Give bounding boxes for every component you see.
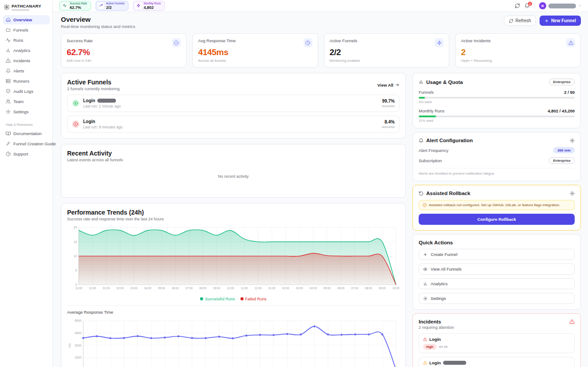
svg-text:05:00: 05:00: [324, 287, 331, 290]
bell-icon: [419, 138, 424, 143]
svg-text:12:00: 12:00: [255, 287, 262, 290]
sidebar-item-support[interactable]: Support: [3, 149, 50, 159]
usage-quota-title: Usage & Quota: [426, 80, 463, 85]
refresh-button-label: Refresh: [516, 18, 531, 23]
response-time-chart: 0150030004500600011:0012:0001:0002:0003:…: [67, 317, 400, 367]
create-funnel-button[interactable]: Create Funnel: [419, 249, 575, 260]
svg-text:1500: 1500: [75, 356, 81, 359]
alert-frequency-label: Alert Frequency: [419, 148, 448, 153]
gear-icon[interactable]: [570, 138, 575, 143]
recent-activity-empty-state: No recent activity: [67, 162, 400, 192]
sidebar-item-runners[interactable]: Runners: [3, 76, 50, 86]
sidebar-item-team[interactable]: Team: [3, 97, 50, 106]
svg-text:09:00: 09:00: [213, 287, 220, 290]
sidebar-item-overview[interactable]: Overview: [3, 15, 50, 24]
metric-note: Monitoring enabled: [330, 59, 444, 63]
bell-icon: [6, 68, 11, 73]
metric-note: Open + Recovering: [461, 59, 575, 63]
svg-text:ms: ms: [68, 343, 71, 347]
refresh-button[interactable]: Refresh: [504, 16, 536, 26]
sidebar-item-label: Alerts: [13, 68, 24, 73]
refresh-icon[interactable]: [515, 3, 520, 8]
metric-value: 62.7%: [67, 48, 181, 57]
user-menu[interactable]: R: [539, 2, 582, 9]
sidebar-item-analytics[interactable]: Analytics: [3, 46, 50, 55]
sidebar-item-funnel-creation-guide[interactable]: Funnel Creation Guide: [3, 139, 50, 148]
svg-text:09:00: 09:00: [379, 287, 386, 290]
funnel-row[interactable]: Login Last run: 9 minutes ago 8.4% succe…: [67, 116, 400, 133]
wand-icon: [6, 141, 11, 146]
eye-icon: [423, 267, 428, 271]
sidebar-item-incidents[interactable]: Incidents: [3, 56, 50, 65]
sidebar-item-audit-logs[interactable]: Audit Logs: [3, 87, 50, 96]
assisted-rollback-title: Assisted Rollback: [426, 191, 470, 196]
incident-row[interactable]: Login high 8d 8h: [419, 333, 575, 353]
help-circle-icon: [6, 152, 11, 156]
legend-label: Successful Runs: [205, 297, 235, 301]
sidebar-item-settings[interactable]: Settings: [3, 107, 50, 116]
active-funnels-panel: Active Funnels 2 funnels currently monit…: [61, 73, 406, 139]
sidebar-item-runs[interactable]: Runs: [3, 36, 50, 45]
trending-up-icon: [98, 3, 104, 9]
gear-icon[interactable]: [570, 191, 575, 196]
incidents-panel: Incidents 2 requiring attention Login hi…: [412, 313, 581, 367]
view-all-funnels-button[interactable]: View All Funnels: [419, 263, 575, 275]
metric-value: 2: [461, 48, 575, 57]
pill-value: 4,802: [144, 5, 161, 10]
brand-tagline-redacted: [12, 9, 29, 11]
funnel-last-run: Last run: 1 minute ago: [83, 104, 121, 108]
svg-text:6000: 6000: [75, 319, 81, 322]
alert-triangle-icon: [569, 319, 575, 324]
usage-row-monthly-runs: Monthly Runs 4,802 / 43,200 11% used: [419, 108, 575, 123]
alert-triangle-icon: [6, 58, 11, 63]
svg-text:01:00: 01:00: [268, 287, 276, 290]
activity-icon: [61, 3, 68, 9]
quick-action-label: Create Funnel: [431, 252, 457, 257]
pill-label: Active Funnels: [106, 2, 124, 5]
new-funnel-button[interactable]: New Funnel: [540, 16, 581, 26]
usage-label: Funnels: [419, 90, 434, 95]
svg-text:01:00: 01:00: [103, 287, 110, 290]
svg-text:05:00: 05:00: [158, 287, 165, 290]
usage-value: 2 / 50: [564, 90, 575, 95]
alert-frequency-badge: 360 min: [553, 147, 575, 153]
bar-chart-icon: [423, 282, 428, 286]
incident-row[interactable]: Login low 7d 12h: [419, 357, 575, 367]
sidebar-item-label: Overview: [13, 17, 32, 22]
rollback-warning: Assisted rollback not configured. Set up…: [419, 200, 575, 210]
plus-icon: [423, 252, 428, 257]
brand-name: PATHCANARY: [12, 4, 41, 8]
sidebar-item-alerts[interactable]: Alerts: [3, 66, 50, 76]
notifications-bell-icon[interactable]: 1: [524, 3, 530, 8]
quick-actions-title: Quick Actions: [419, 240, 575, 245]
active-funnels-pill: Active Funnels 2/2: [96, 1, 128, 11]
pill-value: 2/2: [106, 5, 124, 10]
server-icon: [6, 79, 11, 84]
chevron-down-icon: [578, 4, 582, 8]
sidebar-item-funnels[interactable]: Funnels: [3, 25, 50, 35]
zap-icon: [135, 3, 141, 9]
funnel-success-rate: 99.7%: [382, 99, 395, 104]
sidebar-help-section-label: Help & Resources: [6, 123, 47, 127]
gear-logo-icon: [4, 4, 10, 10]
topbar-metric-pills: Success Rate 62.7% Active Funnels 2/2 Mo…: [59, 1, 165, 11]
settings-button[interactable]: Settings: [419, 293, 575, 304]
sidebar-item-label: Runners: [13, 79, 29, 84]
page-content: Overview Real-time monitoring status and…: [53, 12, 588, 367]
quick-actions-panel: Quick Actions Create Funnel View All Fun…: [412, 234, 581, 310]
analytics-button[interactable]: Analytics: [419, 278, 575, 289]
funnel-row[interactable]: Login Last run: 1 minute ago 99.7% succe…: [67, 95, 400, 112]
funnel-name: Login: [83, 98, 95, 103]
svg-text:0: 0: [75, 283, 77, 286]
funnel-rate-caption: success: [382, 125, 395, 129]
sidebar-item-label: Funnel Creation Guide: [13, 141, 56, 146]
quick-action-label: Settings: [431, 296, 446, 301]
folder-icon: [6, 28, 11, 32]
view-all-link[interactable]: View All: [377, 83, 400, 88]
metric-card-success-rate: Success Rate 62.7% 648 runs in 24h: [61, 33, 187, 68]
svg-text:07:00: 07:00: [186, 287, 193, 290]
configure-rollback-button[interactable]: Configure Rollback: [419, 214, 575, 225]
performance-trends-subtitle: Success rate and response time over the …: [67, 217, 400, 221]
book-icon: [6, 131, 11, 136]
sidebar-item-documentation[interactable]: Documentation: [3, 129, 50, 138]
